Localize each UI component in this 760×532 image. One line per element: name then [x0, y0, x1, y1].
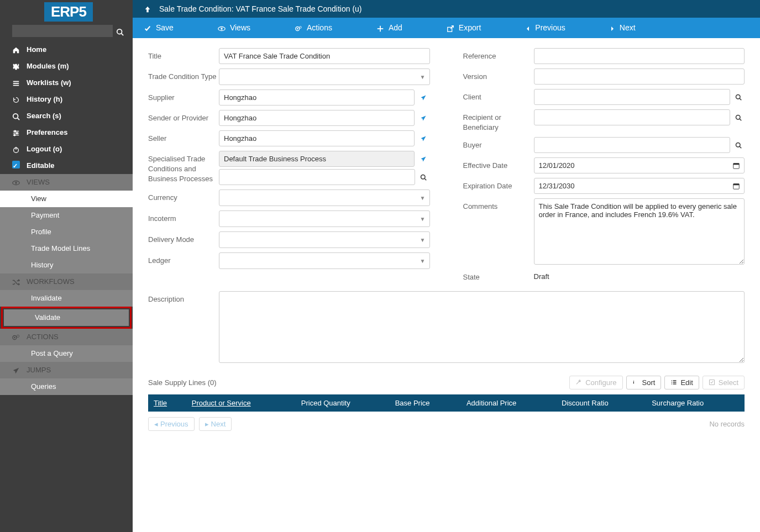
nav-modules-m-[interactable]: Modules (m): [0, 58, 133, 75]
sort-button[interactable]: Sort: [626, 376, 662, 389]
section-views: VIEWS: [0, 174, 133, 191]
specialised-jump-button[interactable]: [417, 154, 430, 163]
version-input[interactable]: [534, 69, 745, 85]
actionbar-add[interactable]: Add: [365, 18, 413, 38]
ledger-select[interactable]: [219, 252, 430, 269]
effective-date-input[interactable]: [534, 157, 745, 173]
svg-point-28: [421, 175, 426, 180]
view-history[interactable]: History: [0, 257, 133, 273]
description-textarea[interactable]: [219, 291, 745, 363]
col-base-price[interactable]: Base Price: [390, 394, 461, 412]
svg-point-21: [221, 28, 223, 30]
actionbar-next[interactable]: Next: [599, 18, 647, 38]
export-icon: [447, 23, 454, 32]
search-icon: [116, 28, 124, 36]
home-icon: [12, 44, 27, 56]
edit-button[interactable]: Edit: [664, 376, 699, 389]
configure-button[interactable]: Configure: [569, 376, 622, 389]
actionbar-previous[interactable]: Previous: [514, 18, 576, 38]
random-icon: [12, 278, 20, 286]
col-product-or-service[interactable]: Product or Service: [186, 394, 296, 412]
table-next-button[interactable]: ▸Next: [199, 417, 232, 431]
next-icon: [610, 23, 615, 32]
delivery-mode-label: Delivery Mode: [148, 231, 219, 245]
jump-queries[interactable]: Queries: [0, 378, 133, 395]
specialised-add-input[interactable]: [219, 169, 415, 185]
state-label: State: [463, 269, 534, 282]
sender-input[interactable]: Hongzhao: [219, 110, 415, 126]
actionbar-views[interactable]: Views: [207, 18, 261, 38]
currency-select[interactable]: [219, 189, 430, 206]
client-search-button[interactable]: [732, 92, 745, 101]
buyer-input[interactable]: [534, 137, 730, 153]
nav-editable[interactable]: Editable: [0, 157, 133, 174]
list-icon: [670, 379, 677, 386]
svg-point-18: [14, 337, 15, 339]
table-prev-button[interactable]: ◂Previous: [148, 417, 195, 431]
workflow-validate[interactable]: Validate: [4, 309, 129, 326]
page-title: Sale Trade Condition: VAT France Sale Tr…: [159, 4, 362, 13]
trade-condition-type-select[interactable]: [219, 69, 430, 85]
nav-search-s-[interactable]: Search (s): [0, 108, 133, 124]
chevron-left-icon: ◂: [154, 420, 158, 428]
delivery-mode-select[interactable]: [219, 231, 430, 248]
comments-textarea[interactable]: [534, 198, 745, 265]
client-input[interactable]: [534, 89, 730, 105]
incoterm-select[interactable]: [219, 210, 430, 227]
search-icon: [12, 110, 27, 122]
view-profile[interactable]: Profile: [0, 224, 133, 240]
workflow-invalidate[interactable]: Invalidate: [0, 290, 133, 307]
nav-history-h-[interactable]: History (h): [0, 91, 133, 108]
svg-rect-4: [13, 85, 19, 86]
up-button[interactable]: [144, 4, 151, 13]
svg-point-12: [14, 134, 15, 136]
recipient-search-button[interactable]: [732, 113, 745, 122]
puzzle-icon: [12, 60, 27, 72]
supplier-input[interactable]: Hongzhao: [219, 89, 415, 106]
actionbar-save[interactable]: Save: [133, 18, 185, 38]
col-discount-ratio[interactable]: Discount Ratio: [556, 394, 646, 412]
expiration-date-input[interactable]: [534, 178, 745, 194]
client-label: Client: [463, 89, 534, 102]
actionbar-export[interactable]: Export: [436, 18, 492, 38]
seller-jump-button[interactable]: [417, 134, 430, 143]
svg-point-8: [14, 130, 16, 132]
sender-jump-button[interactable]: [417, 113, 430, 122]
col-surcharge-ratio[interactable]: Surcharge Ratio: [646, 394, 745, 412]
view-view[interactable]: View: [0, 191, 133, 207]
specialised-search-button[interactable]: [417, 172, 429, 181]
seller-input[interactable]: Hongzhao: [219, 130, 415, 146]
nav-logout-o-[interactable]: Logout (o): [0, 141, 133, 157]
actionbar-actions[interactable]: Actions: [284, 18, 343, 38]
action-post-a-query[interactable]: Post a Query: [0, 345, 133, 362]
view-trade-model-lines[interactable]: Trade Model Lines: [0, 240, 133, 257]
section-workflows: WORKFLOWS: [0, 273, 133, 290]
sidebar-search-button[interactable]: [113, 26, 127, 35]
nav-home[interactable]: Home: [0, 41, 133, 58]
sort-icon: [632, 379, 639, 386]
eye-icon: [218, 23, 226, 32]
plane-icon: [420, 135, 427, 142]
chevron-right-icon: ▸: [205, 420, 209, 428]
section-actions: ACTIONS: [0, 329, 133, 345]
select-button[interactable]: Select: [703, 376, 745, 389]
recipient-input[interactable]: [534, 109, 730, 125]
sidebar: ERP5 HomeModules (m)Worklists (w)History…: [0, 0, 133, 532]
sidebar-search-input[interactable]: [12, 25, 113, 37]
col-title[interactable]: Title: [148, 394, 186, 412]
title-input[interactable]: [219, 48, 430, 64]
incoterm-label: Incoterm: [148, 210, 219, 224]
supplier-jump-button[interactable]: [417, 93, 430, 102]
specialised-value[interactable]: Default Trade Business Process: [219, 151, 415, 167]
svg-point-19: [17, 335, 19, 337]
reference-input[interactable]: [534, 48, 745, 64]
col-additional-price[interactable]: Additional Price: [461, 394, 556, 412]
actionbar: SaveViewsActionsAddExportPreviousNext: [133, 18, 760, 38]
title-label: Title: [148, 48, 219, 61]
nav-preferences[interactable]: Preferences: [0, 124, 133, 141]
nav-worklists-w-[interactable]: Worklists (w): [0, 75, 133, 91]
col-priced-quantity[interactable]: Priced Quantity: [296, 394, 390, 412]
buyer-search-button[interactable]: [732, 140, 745, 149]
view-payment[interactable]: Payment: [0, 207, 133, 224]
svg-line-1: [122, 33, 124, 35]
